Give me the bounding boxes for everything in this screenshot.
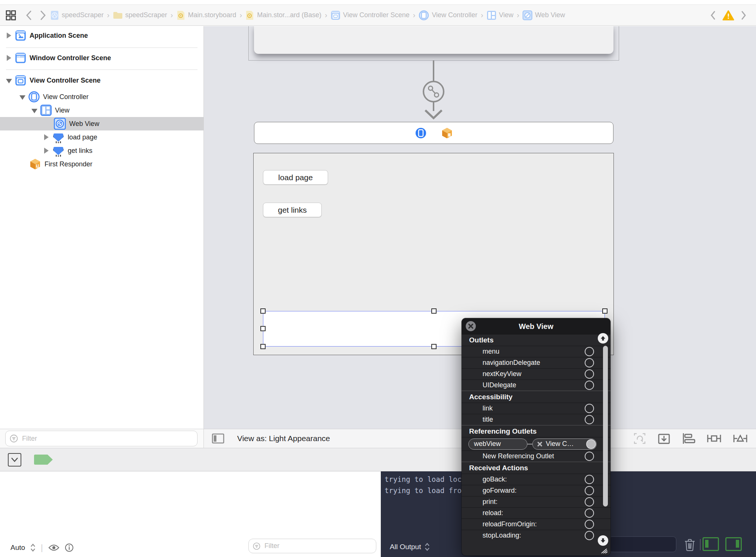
update-frames-icon[interactable] bbox=[633, 432, 646, 445]
outlet-row-menu[interactable]: menu bbox=[462, 346, 610, 357]
connection-well-icon[interactable] bbox=[585, 520, 594, 529]
show-variables-view-toggle[interactable] bbox=[703, 537, 719, 551]
outline-filter-field[interactable] bbox=[5, 431, 198, 446]
selection-handle-top-mid[interactable] bbox=[431, 308, 437, 314]
resize-handle-icon[interactable] bbox=[600, 547, 608, 554]
selection-handle-left-mid[interactable] bbox=[260, 326, 266, 331]
all-output-dropdown[interactable]: All Output bbox=[390, 542, 430, 552]
disconnect-icon[interactable] bbox=[537, 441, 542, 447]
disclosure-expanded-icon[interactable] bbox=[19, 95, 25, 100]
disclosure-collapsed-icon[interactable] bbox=[44, 148, 49, 154]
accessibility-row-title[interactable]: title bbox=[462, 414, 610, 425]
back-chevron-icon[interactable] bbox=[24, 10, 34, 21]
breadcrumb-item-folder[interactable]: speedScraper bbox=[113, 11, 167, 19]
popover-title-bar[interactable]: Web View bbox=[462, 318, 610, 335]
selection-handle-top-left[interactable] bbox=[260, 308, 266, 314]
disclosure-collapsed-icon[interactable] bbox=[7, 55, 11, 61]
connection-well-icon[interactable] bbox=[585, 452, 594, 461]
connection-well-icon[interactable] bbox=[585, 369, 594, 379]
connection-well-icon[interactable] bbox=[585, 508, 594, 518]
connection-well-icon[interactable] bbox=[585, 347, 594, 356]
show-console-toggle[interactable] bbox=[725, 537, 742, 551]
selection-handle-bottom-mid[interactable] bbox=[431, 344, 437, 349]
connection-well-icon[interactable] bbox=[585, 381, 594, 390]
window-scene[interactable] bbox=[254, 26, 613, 54]
outlet-row-uidelegate[interactable]: UIDelegate bbox=[462, 379, 610, 391]
variables-filter-input[interactable] bbox=[264, 542, 372, 550]
outline-item-application-scene[interactable]: Application Scene bbox=[0, 29, 203, 42]
related-items-icon[interactable] bbox=[5, 10, 16, 21]
connection-well-icon[interactable] bbox=[585, 415, 594, 424]
selection-handle-top-right[interactable] bbox=[602, 308, 607, 314]
issue-back-chevron-icon[interactable] bbox=[708, 10, 718, 21]
outlet-row-navigationdelegate[interactable]: navigationDelegate bbox=[462, 357, 610, 368]
connection-target-pill[interactable]: View C… bbox=[532, 438, 597, 450]
disclosure-collapsed-icon[interactable] bbox=[7, 33, 11, 39]
popover-scrollbar[interactable] bbox=[603, 346, 608, 507]
outlet-row-nextkeyview[interactable]: nextKeyView bbox=[462, 368, 610, 379]
connection-well-icon[interactable] bbox=[585, 475, 594, 484]
forward-chevron-icon[interactable] bbox=[38, 10, 48, 21]
eye-icon[interactable] bbox=[48, 544, 59, 551]
breadcrumb-item-view-controller[interactable]: View Controller bbox=[419, 10, 477, 21]
breadcrumb-item-storyboard[interactable]: Main.storyboard bbox=[177, 10, 236, 20]
action-row-reload[interactable]: reload: bbox=[462, 507, 610, 518]
connected-well-icon[interactable] bbox=[586, 439, 596, 449]
view-controller-dock-icon[interactable] bbox=[415, 127, 427, 139]
view-as-label[interactable]: View as: Light Appearance bbox=[237, 434, 330, 443]
selection-handle-bottom-left[interactable] bbox=[260, 344, 266, 349]
connection-source-pill[interactable]: webView bbox=[468, 438, 527, 450]
outline-item-web-view[interactable]: Web View bbox=[0, 117, 203, 130]
breadcrumb-item-scene[interactable]: View Controller Scene bbox=[331, 10, 410, 20]
disclosure-expanded-icon[interactable] bbox=[31, 109, 37, 113]
auto-dropdown[interactable]: Auto bbox=[10, 544, 25, 552]
add-constraints-icon[interactable] bbox=[707, 433, 722, 444]
breadcrumb-item-storyboard-base[interactable]: Main.stor...ard (Base) bbox=[245, 10, 321, 20]
segue-icon[interactable] bbox=[422, 80, 445, 104]
disclosure-expanded-icon[interactable] bbox=[6, 79, 12, 83]
action-row-stoploading[interactable]: stopLoading: bbox=[462, 530, 610, 541]
variables-view[interactable]: Auto | bbox=[0, 471, 381, 557]
align-icon[interactable] bbox=[682, 433, 695, 444]
first-responder-dock-icon[interactable] bbox=[441, 127, 453, 139]
outline-toggle-icon[interactable] bbox=[212, 433, 224, 444]
variables-filter-field[interactable] bbox=[248, 539, 376, 553]
action-row-goforward[interactable]: goForward: bbox=[462, 485, 610, 496]
accessibility-row-link[interactable]: link bbox=[462, 403, 610, 414]
outline-item-view-controller[interactable]: View Controller bbox=[0, 90, 203, 104]
connection-well-icon[interactable] bbox=[585, 358, 594, 367]
outline-item-load-page[interactable]: load page bbox=[0, 130, 203, 144]
outline-item-view-controller-scene[interactable]: View Controller Scene bbox=[0, 74, 203, 87]
scroll-down-icon[interactable] bbox=[598, 535, 608, 546]
connection-well-icon[interactable] bbox=[585, 497, 594, 507]
connection-well-icon[interactable] bbox=[585, 531, 594, 540]
breakpoint-marker-icon[interactable] bbox=[34, 455, 53, 465]
canvas-load-page-button[interactable]: load page bbox=[263, 170, 328, 185]
embed-in-icon[interactable] bbox=[657, 432, 671, 445]
referencing-connection-row[interactable]: webView View C… bbox=[462, 437, 610, 450]
outline-item-view[interactable]: View bbox=[0, 104, 203, 117]
outline-item-window-controller-scene[interactable]: Window Controller Scene bbox=[0, 51, 203, 65]
console-filter-field[interactable] bbox=[609, 536, 676, 552]
action-row-reloadfromorigin[interactable]: reloadFromOrigin: bbox=[462, 518, 610, 530]
info-icon[interactable] bbox=[65, 543, 74, 552]
warning-icon[interactable] bbox=[722, 10, 734, 21]
action-row-goback[interactable]: goBack: bbox=[462, 474, 610, 485]
resolve-layout-icon[interactable] bbox=[733, 433, 748, 444]
connection-well-icon[interactable] bbox=[585, 404, 594, 413]
breadcrumb-item-web-view[interactable]: Web View bbox=[523, 10, 565, 20]
breadcrumb-item-view[interactable]: View bbox=[487, 10, 514, 20]
connection-well-icon[interactable] bbox=[585, 486, 594, 495]
outline-filter-input[interactable] bbox=[21, 434, 193, 443]
scroll-up-icon[interactable] bbox=[598, 333, 608, 344]
breadcrumb-item-project[interactable]: speedScraper bbox=[50, 10, 104, 20]
close-icon[interactable] bbox=[466, 321, 476, 331]
trash-icon[interactable] bbox=[684, 538, 695, 551]
outline-item-first-responder[interactable]: First Responder bbox=[0, 157, 203, 171]
new-referencing-outlet-row[interactable]: New Referencing Outlet bbox=[462, 450, 610, 462]
outline-item-get-links[interactable]: get links bbox=[0, 144, 203, 157]
disclosure-collapsed-icon[interactable] bbox=[44, 134, 49, 140]
canvas-get-links-button[interactable]: get links bbox=[263, 203, 322, 217]
updown-chevrons-icon[interactable] bbox=[30, 543, 36, 552]
issue-forward-chevron-icon[interactable] bbox=[739, 10, 749, 21]
